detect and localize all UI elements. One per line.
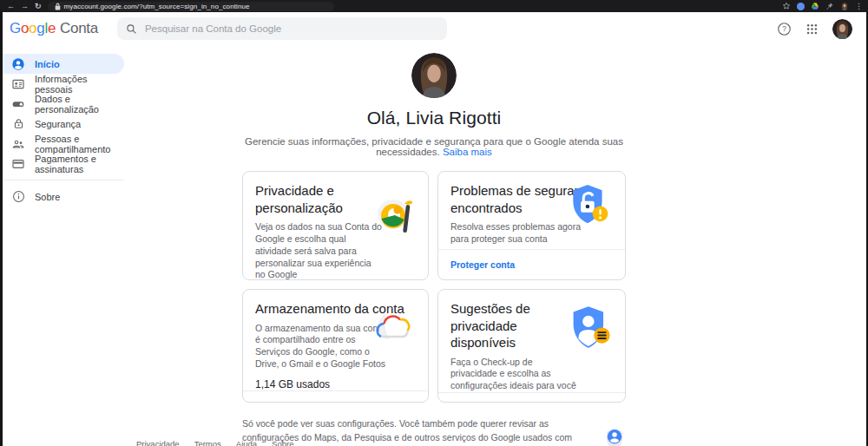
bookmark-star-icon[interactable] (782, 2, 791, 10)
profile-avatar[interactable] (411, 53, 457, 98)
url-text: myaccount.google.com/?utm_source=sign_in… (64, 3, 250, 10)
card-body: O armazenamento da sua conta é compartil… (255, 323, 387, 371)
browser-toolbar: ← → ↻ myaccount.google.com/?utm_source=s… (0, 0, 868, 12)
extension-icon-blue[interactable] (797, 3, 805, 10)
credit-card-icon (11, 157, 25, 171)
main-content: Olá, Livia Rigotti Gerencie suas informa… (124, 45, 868, 446)
info-icon (11, 190, 25, 204)
sidebar-item-label: Início (35, 59, 60, 69)
card-title: Sugestões de privacidade disponíveis (450, 300, 582, 351)
sidebar-item-about[interactable]: Sobre (0, 187, 124, 207)
card-body: Veja os dados na sua Conta do Google e e… (255, 221, 384, 280)
sidebar-item-label: Segurança (35, 119, 81, 129)
search-input[interactable] (145, 23, 438, 34)
id-card-icon (11, 77, 25, 91)
card-account-storage[interactable]: Armazenamento da conta O armazenamento d… (242, 289, 429, 403)
address-bar[interactable]: myaccount.google.com/?utm_source=sign_in… (48, 2, 334, 11)
storage-usage-value: 1,14 GB usados (255, 378, 416, 390)
sidebar-item-data-personalization[interactable]: Dados e personalização (0, 94, 124, 114)
sidebar-item-label: Informações pessoais (35, 74, 124, 95)
privacy-footnote: Só você pode ver suas configurações. Voc… (242, 417, 626, 446)
sidebar-item-personal-info[interactable]: Informações pessoais (0, 74, 124, 94)
card-body: Resolva esses problemas agora para prote… (450, 221, 581, 246)
page-footer-links: Privacidade Termos Ajuda Sobre (136, 439, 293, 446)
logo-product-word: Conta (60, 20, 98, 37)
footer-link-about[interactable]: Sobre (272, 439, 293, 446)
protect-account-link[interactable]: Proteger conta (450, 259, 515, 270)
card-title: Privacidade e personalização (255, 182, 394, 216)
people-icon (11, 137, 25, 151)
sidebar-item-label: Dados e personalização (35, 94, 124, 115)
toggle-icon (11, 97, 25, 111)
logo-google-word: Google (10, 20, 56, 37)
reload-icon[interactable]: ↻ (35, 3, 42, 10)
sidebar: Início Informações pessoais Dados e pe (0, 45, 124, 446)
sidebar-item-label: Sobre (35, 192, 60, 202)
home-account-icon (11, 57, 25, 71)
footer-link-terms[interactable]: Termos (194, 439, 221, 446)
google-account-logo[interactable]: Google Conta (10, 20, 98, 37)
card-privacy-suggestions[interactable]: Sugestões de privacidade disponíveis Faç… (437, 289, 626, 403)
sidebar-divider (0, 180, 124, 180)
sidebar-item-people-sharing[interactable]: Pessoas e compartilhamento (0, 134, 124, 154)
privacy-checkup-shield-icon (568, 305, 613, 357)
footer-link-help[interactable]: Ajuda (236, 439, 257, 446)
page-subtitle: Gerencie suas informações, privacidade e… (242, 136, 626, 157)
account-avatar[interactable] (832, 19, 852, 39)
sidebar-item-security[interactable]: Segurança (0, 114, 124, 134)
extensions-pin-icon[interactable] (825, 2, 834, 10)
forward-icon[interactable]: → (21, 3, 29, 10)
security-alert-shield-icon (568, 183, 611, 232)
browser-menu-icon[interactable]: ⋮ (855, 3, 863, 10)
card-body: Faça o Check-up de privacidade e escolha… (450, 357, 581, 393)
lock-icon (55, 3, 61, 10)
manage-storage-link[interactable]: Gerenciar armazenamento (255, 401, 370, 403)
sidebar-item-label: Pagamentos e assinaturas (35, 154, 124, 174)
card-security-issues[interactable]: Problemas de segurança encontrados Resol… (437, 171, 626, 280)
browser-profile-avatar[interactable] (840, 2, 849, 10)
back-icon[interactable]: ← (7, 3, 15, 10)
sidebar-item-home[interactable]: Início (0, 54, 124, 74)
help-icon[interactable]: ? (777, 22, 792, 36)
card-privacy-personalization[interactable]: Privacidade e personalização Veja os dad… (242, 171, 429, 280)
svg-text:?: ? (782, 25, 786, 33)
search-icon (126, 23, 137, 35)
drive-extension-icon[interactable] (811, 2, 819, 10)
privacy-shield-person-icon (605, 428, 626, 446)
apps-grid-icon[interactable] (806, 23, 819, 36)
storage-cloud-icon (371, 309, 418, 352)
cards-grid: Privacidade e personalização Veja os dad… (242, 171, 626, 403)
footer-link-privacy[interactable]: Privacidade (136, 439, 180, 446)
learn-more-link[interactable]: Saiba mais (443, 147, 492, 157)
sidebar-item-payments[interactable]: Pagamentos e assinaturas (0, 154, 124, 174)
subtitle-text: Gerencie suas informações, privacidade e… (245, 136, 623, 157)
window-edge-left (0, 0, 3, 446)
page-title: Olá, Livia Rigotti (242, 108, 626, 128)
privacy-personalization-icon (376, 193, 418, 239)
app-header: Google Conta ? (0, 12, 868, 45)
lock-icon (11, 117, 25, 131)
sidebar-item-label: Pessoas e compartilhamento (35, 134, 124, 154)
account-search-bar[interactable] (117, 17, 447, 40)
